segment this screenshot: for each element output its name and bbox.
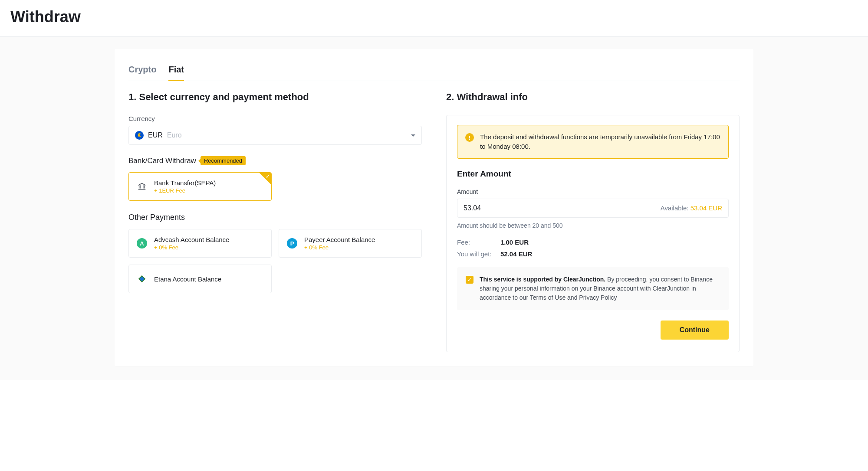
tab-crypto[interactable]: Crypto [128,61,156,81]
fee-label: Fee: [457,239,495,246]
advcash-icon: A [137,238,147,249]
amount-label: Amount [457,188,729,195]
actions: Continue [457,321,729,340]
euro-icon: € [135,131,144,140]
consent-box: ✓ This service is supported by ClearJunc… [457,267,729,310]
fee-summary: Fee: 1.00 EUR You will get: 52.04 EUR [457,239,729,258]
method-title: Advcash Account Balance [154,236,229,243]
method-etana[interactable]: Etana Account Balance [128,265,272,293]
method-title: Bank Transfer(SEPA) [154,179,216,186]
heading-step1: 1. Select currency and payment method [128,92,422,103]
youwillget-label: You will get: [457,250,495,258]
tab-fiat[interactable]: Fiat [168,61,184,81]
page-body: Crypto Fiat 1. Select currency and payme… [0,37,868,380]
column-withdrawal-info: 2. Withdrawal info ! The deposit and wit… [446,92,740,352]
method-fee: + 0% Fee [304,244,375,251]
available-value: 53.04 EUR [690,204,722,212]
recommended-badge: Recommended [201,156,246,165]
etana-icon [136,273,148,285]
bank-card-title: Bank/Card Withdraw [128,157,196,165]
page-header: Withdraw [0,0,868,37]
warning-icon: ! [465,133,474,142]
youwillget-value: 52.04 EUR [500,250,532,258]
enter-amount-heading: Enter Amount [457,169,729,179]
withdraw-card: Crypto Fiat 1. Select currency and payme… [115,49,753,366]
other-payments-title: Other Payments [128,213,422,222]
method-payeer[interactable]: P Payeer Account Balance + 0% Fee [279,229,422,258]
method-fee: + 0% Fee [154,244,229,251]
currency-name: Euro [167,131,182,139]
other-methods: A Advcash Account Balance + 0% Fee P Pay… [128,229,422,293]
withdrawal-info-panel: ! The deposit and withdrawal functions a… [446,115,740,352]
currency-label: Currency [128,115,422,122]
heading-step2: 2. Withdrawal info [446,92,740,103]
payeer-icon: P [287,238,297,249]
continue-button[interactable]: Continue [661,321,729,340]
available-label: Available: [661,204,690,212]
amount-hint: Amount should be between 20 and 500 [457,222,729,229]
method-title: Payeer Account Balance [304,236,375,243]
method-advcash[interactable]: A Advcash Account Balance + 0% Fee [128,229,272,258]
bank-icon [136,180,148,193]
consent-checkbox[interactable]: ✓ [466,276,473,284]
maintenance-alert: ! The deposit and withdrawal functions a… [457,125,729,159]
method-fee: + 1EUR Fee [154,187,216,194]
consent-text: This service is supported by ClearJuncti… [480,275,720,302]
currency-select[interactable]: € EUR Euro [128,126,422,145]
column-currency-method: 1. Select currency and payment method Cu… [128,92,422,352]
currency-code: EUR [148,131,163,139]
amount-input[interactable] [464,204,661,212]
method-title: Etana Account Balance [154,275,221,283]
check-icon: ✓ [266,173,270,180]
columns: 1. Select currency and payment method Cu… [128,92,740,352]
fee-value: 1.00 EUR [500,239,529,246]
method-bank-transfer-sepa[interactable]: ✓ Bank Transfer(SEPA) + 1EUR Fee [128,172,272,201]
page-title: Withdraw [10,8,858,26]
bank-card-header: Bank/Card Withdraw Recommended [128,156,422,165]
available-wrap: Available: 53.04 EUR [661,204,722,212]
tabs: Crypto Fiat [128,61,740,81]
amount-field-wrap: Available: 53.04 EUR [457,199,729,218]
consent-bold: This service is supported by ClearJuncti… [480,276,605,283]
chevron-down-icon [411,134,415,137]
alert-text: The deposit and withdrawal functions are… [480,132,720,151]
bank-methods: ✓ Bank Transfer(SEPA) + 1EUR Fee [128,172,272,201]
